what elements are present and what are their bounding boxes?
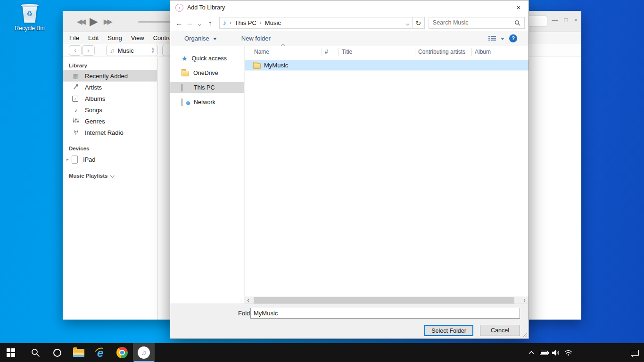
folder-icon xyxy=(182,71,189,76)
column-name[interactable]: Name xyxy=(251,48,322,56)
genres-icon xyxy=(72,117,80,125)
recycle-bin[interactable]: ♻ Recycle Bin xyxy=(11,4,48,32)
breadcrumb-music[interactable]: Music xyxy=(265,19,281,26)
itunes-sidebar: Library ▦ Recently Added Artists ♪ Album… xyxy=(63,57,157,320)
sidebar-item-this-pc[interactable]: This PC xyxy=(170,82,244,93)
sidebar-item-songs[interactable]: ♪ Songs xyxy=(63,104,157,115)
wifi-icon xyxy=(564,350,572,356)
file-list: Name # Title Contributing artists Album … xyxy=(244,46,528,304)
breadcrumb-this-pc[interactable]: This PC xyxy=(235,19,256,26)
expand-triangle-icon[interactable]: ▸ xyxy=(66,157,69,162)
search-box[interactable] xyxy=(429,17,525,29)
nav-forward-button[interactable]: → xyxy=(184,19,195,27)
maximize-button[interactable]: □ xyxy=(564,16,568,24)
new-folder-button[interactable]: New folder xyxy=(241,35,271,42)
dialog-titlebar[interactable]: ♪ Add To Library × xyxy=(170,0,528,15)
cortana-icon xyxy=(53,349,61,357)
fast-forward-button[interactable]: ▶▶ xyxy=(104,17,111,26)
volume-indicator[interactable] xyxy=(550,343,562,362)
sidebar-item-network[interactable]: Network xyxy=(170,97,244,107)
resize-grip[interactable] xyxy=(522,332,527,337)
media-picker-value: Music xyxy=(118,47,134,54)
organise-button[interactable]: Organise xyxy=(184,35,209,42)
recycle-bin-label: Recycle Bin xyxy=(11,25,48,32)
dialog-title: Add To Library xyxy=(187,4,225,11)
sidebar-item-onedrive[interactable]: OneDrive xyxy=(170,67,244,78)
music-note-icon: ♪ xyxy=(223,19,226,26)
rewind-button[interactable]: ◀◀ xyxy=(77,17,84,26)
sidebar-item-genres[interactable]: Genres xyxy=(63,115,157,127)
action-center-button[interactable] xyxy=(625,343,644,362)
battery-indicator[interactable] xyxy=(537,343,550,362)
close-icon[interactable]: × xyxy=(513,2,524,13)
playback-controls: ◀◀ ▶ ▶▶ xyxy=(77,11,111,32)
file-explorer-icon xyxy=(73,349,84,357)
itunes-icon: ♫ xyxy=(138,346,150,359)
cancel-button[interactable]: Cancel xyxy=(480,325,520,336)
forward-button[interactable]: › xyxy=(82,45,95,56)
network-indicator[interactable] xyxy=(562,343,574,362)
sidebar-item-internet-radio[interactable]: Internet Radio xyxy=(63,127,157,138)
back-button[interactable]: ‹ xyxy=(69,45,82,56)
column-contributing-artists[interactable]: Contributing artists xyxy=(415,48,472,56)
menu-song[interactable]: Song xyxy=(107,34,122,41)
nav-up-button[interactable]: ↑ xyxy=(205,19,215,27)
system-tray xyxy=(525,343,644,362)
file-name: MyMusic xyxy=(264,62,288,69)
cortana-button[interactable] xyxy=(46,343,68,362)
microphone-icon xyxy=(72,83,80,91)
menu-view[interactable]: View xyxy=(131,34,144,41)
address-dropdown-icon[interactable] xyxy=(406,19,409,26)
play-button[interactable]: ▶ xyxy=(90,15,98,28)
dialog-toolbar: Organise New folder ? xyxy=(170,31,528,46)
chevron-down-icon xyxy=(213,38,217,40)
devices-header: Devices xyxy=(63,146,157,151)
hidden-icons-button[interactable] xyxy=(525,343,537,362)
search-icon xyxy=(514,20,520,26)
music-playlists-header[interactable]: Music Playlists xyxy=(63,173,157,179)
view-mode-dropdown-icon[interactable] xyxy=(501,38,504,40)
menu-file[interactable]: File xyxy=(69,34,79,41)
file-explorer-button[interactable] xyxy=(68,343,90,362)
file-list-header: Name # Title Contributing artists Album xyxy=(245,46,528,58)
sidebar-item-artists[interactable]: Artists xyxy=(63,82,157,93)
start-button[interactable] xyxy=(0,343,22,362)
search-input[interactable] xyxy=(433,19,514,26)
sidebar-item-ipad[interactable]: ▸ iPad xyxy=(63,153,157,165)
select-folder-button[interactable]: Select Folder xyxy=(424,325,473,336)
itunes-search-field[interactable] xyxy=(528,16,547,27)
column-title[interactable]: Title xyxy=(339,48,415,56)
chrome-icon xyxy=(116,347,128,358)
sidebar-item-quick-access[interactable]: ★ Quick access xyxy=(170,53,244,64)
folder-input[interactable] xyxy=(250,308,520,319)
media-picker[interactable]: ♫ Music ∧ ∨ xyxy=(106,45,158,56)
star-icon: ★ xyxy=(182,55,188,62)
refresh-button[interactable]: ↻ xyxy=(413,17,425,29)
add-to-library-dialog: ♪ Add To Library × ← → ↑ ♪ › This PC › M… xyxy=(170,0,529,339)
help-icon[interactable]: ? xyxy=(509,34,517,42)
internet-explorer-icon: e xyxy=(94,346,107,359)
view-mode-icon[interactable] xyxy=(488,36,496,41)
scrollbar-thumb[interactable] xyxy=(254,297,514,304)
nav-history-dropdown[interactable] xyxy=(195,19,205,27)
sidebar-item-albums[interactable]: ♪ Albums xyxy=(63,93,157,104)
windows-logo-icon xyxy=(7,348,15,357)
chevron-up-icon xyxy=(528,351,534,354)
network-icon xyxy=(182,99,190,106)
library-header: Library xyxy=(63,63,157,68)
column-album[interactable]: Album xyxy=(472,48,515,56)
close-button[interactable]: × xyxy=(574,16,578,24)
sidebar-item-recently-added[interactable]: ▦ Recently Added xyxy=(63,70,157,82)
address-bar[interactable]: ♪ › This PC › Music xyxy=(219,17,413,29)
speaker-icon xyxy=(552,350,560,356)
recycle-bin-icon: ♻ xyxy=(20,4,39,24)
minimize-button[interactable]: — xyxy=(552,16,558,24)
itunes-taskbar-button[interactable]: ♫ xyxy=(133,343,155,362)
column-number[interactable]: # xyxy=(322,48,339,56)
chrome-button[interactable] xyxy=(111,343,133,362)
internet-explorer-button[interactable]: e xyxy=(90,343,111,362)
menu-edit[interactable]: Edit xyxy=(88,34,99,41)
nav-back-button[interactable]: ← xyxy=(174,19,184,27)
file-row-mymusic[interactable]: MyMusic xyxy=(245,60,528,71)
taskbar-search-button[interactable] xyxy=(25,343,46,362)
